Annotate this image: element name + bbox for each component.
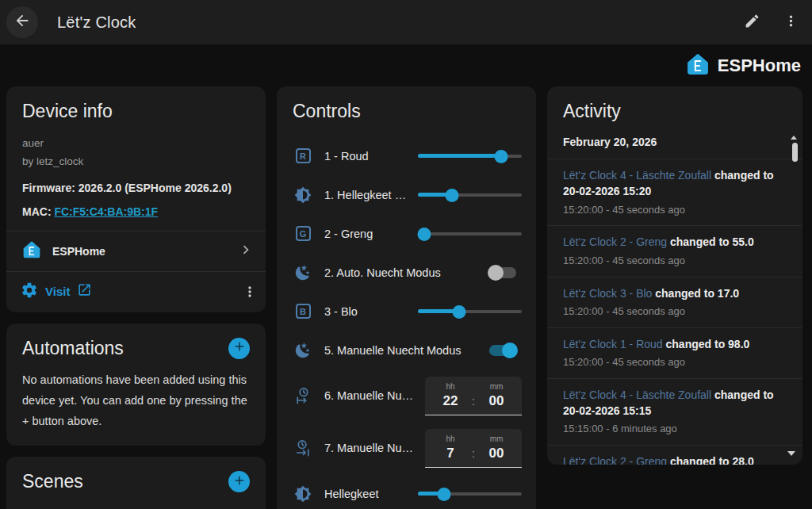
entity-link[interactable]: Lët'z Clock 2 - Greng	[563, 455, 670, 465]
activity-card: Activity February 20, 2026 Lët'z Clock 4…	[547, 86, 802, 465]
slider-control[interactable]	[418, 487, 522, 501]
time-input[interactable]: hh 7 : mm 00	[425, 429, 522, 468]
automations-card: Automations No automations have been add…	[6, 323, 266, 446]
mac-label: MAC:	[22, 205, 52, 218]
control-label: 7. Manuelle Nu…	[324, 442, 414, 454]
entry-timestamp: 15:15:00 - 6 minutes ago	[563, 422, 782, 437]
toggle-switch[interactable]	[488, 343, 518, 358]
firmware-line: Firmware: 2026.2.0 (ESPHome 2026.2.0)	[22, 182, 250, 194]
entity-link[interactable]: Lët'z Clock 2 - Greng	[563, 235, 670, 248]
back-button[interactable]	[6, 6, 38, 38]
activity-entry: Lët'z Clock 4 - Läschte Zoufall changed …	[547, 378, 802, 445]
control-label: 5. Manuelle Nuecht Modus	[324, 344, 477, 357]
add-scene-button[interactable]	[228, 471, 250, 492]
slider-thumb[interactable]	[446, 189, 459, 202]
entity-link[interactable]: Lët'z Clock 4 - Läschte Zoufall	[563, 169, 714, 182]
alpha-b-box-icon: B	[293, 304, 313, 319]
esphome-logo-icon	[686, 52, 710, 79]
entry-change-text: changed to 55.0	[670, 235, 754, 248]
activity-entry: Lët'z Clock 4 - Läschte Zoufall changed …	[547, 159, 802, 225]
brand-name: ESPHome	[718, 55, 801, 76]
automations-empty-text: No automations have been added using thi…	[22, 369, 250, 431]
control-row: 2. Auto. Nuecht Modus	[293, 253, 522, 292]
scrollbar-down-arrow[interactable]	[787, 451, 795, 456]
control-label: 2 - Greng	[324, 228, 407, 240]
main-grid: Device info auer by letz_clock Firmware:…	[0, 82, 812, 509]
activity-entry: Lët'z Clock 2 - Greng changed to 55.0 15…	[547, 225, 802, 276]
control-row: 7. Manuelle Nu… hh 7 : mm 00	[293, 422, 522, 474]
arrow-left-icon	[13, 12, 31, 33]
mac-address-link[interactable]: FC:F5:C4:BA:9B:1F	[54, 205, 158, 218]
add-automation-button[interactable]	[228, 338, 250, 359]
visit-link[interactable]: Visit	[45, 285, 70, 298]
clock-end-icon	[293, 439, 313, 457]
page-title: Lët'z Clock	[57, 13, 136, 32]
controls-title: Controls	[293, 101, 522, 122]
time-hh-value[interactable]: 7	[434, 446, 467, 461]
slider-control[interactable]	[418, 227, 522, 241]
activity-entries: Lët'z Clock 4 - Läschte Zoufall changed …	[563, 159, 787, 465]
controls-card: Controls R 1 - Roud 1. Hellegkeet f… G 2…	[277, 86, 536, 509]
app-bar: Lët'z Clock	[0, 0, 812, 44]
slider-thumb[interactable]	[437, 488, 450, 501]
open-in-new-icon	[77, 282, 92, 300]
entity-link[interactable]: Lët'z Clock 3 - Blo	[563, 287, 655, 300]
device-actions-menu-button[interactable]	[242, 284, 258, 300]
control-label: 3 - Blo	[324, 305, 407, 318]
control-row: G 2 - Greng	[293, 214, 522, 253]
entity-link[interactable]: Lët'z Clock 1 - Roud	[563, 338, 666, 350]
slider-control[interactable]	[418, 304, 522, 319]
control-label: 6. Manuelle Nu…	[324, 389, 414, 402]
time-mm-label: mm	[480, 434, 513, 443]
edit-button[interactable]	[744, 13, 760, 33]
integration-row-esphome[interactable]: ESPHome	[6, 231, 266, 271]
activity-title: Activity	[563, 101, 787, 122]
slider-thumb[interactable]	[453, 305, 466, 319]
time-separator: :	[467, 382, 480, 409]
scrollbar-up-arrow[interactable]	[791, 136, 797, 140]
time-mm-label: mm	[480, 382, 513, 391]
control-label: 1. Hellegkeet f…	[324, 189, 407, 201]
device-name: auer	[22, 135, 250, 153]
control-row: Hellegkeet	[293, 474, 522, 509]
activity-entry: Lët'z Clock 2 - Greng changed to 28.0	[547, 445, 802, 465]
integration-brand-row: ESPHome	[0, 44, 812, 82]
control-label: Hellegkeet	[324, 488, 407, 500]
activity-date-header: February 20, 2026	[563, 136, 787, 148]
device-manufacturer: by letz_clock	[22, 153, 250, 171]
automations-title: Automations	[22, 338, 124, 359]
slider-control[interactable]	[418, 188, 522, 202]
weather-night-icon	[293, 264, 313, 281]
entry-change-text: changed to 17.0	[655, 287, 739, 300]
weather-night-icon	[293, 342, 313, 359]
activity-entry: Lët'z Clock 1 - Roud changed to 98.0 15:…	[547, 327, 802, 378]
scenes-card: Scenes	[6, 457, 266, 509]
plus-icon	[232, 473, 247, 491]
slider-thumb[interactable]	[417, 228, 431, 241]
integration-name: ESPHome	[52, 245, 105, 258]
time-hh-label: hh	[434, 382, 467, 391]
time-hh-label: hh	[434, 434, 467, 443]
entry-timestamp: 15:20:00 - 45 seconds ago	[563, 254, 782, 269]
slider-thumb[interactable]	[494, 150, 508, 163]
time-input[interactable]: hh 22 : mm 00	[425, 377, 522, 415]
device-info-title: Device info	[22, 101, 250, 122]
control-row: 5. Manuelle Nuecht Modus	[293, 331, 522, 369]
overflow-menu-button[interactable]	[783, 13, 799, 33]
plus-icon	[232, 339, 247, 357]
entry-change-text: changed to 28.0	[670, 455, 754, 465]
time-hh-value[interactable]: 22	[434, 393, 467, 409]
device-info-card: Device info auer by letz_clock Firmware:…	[6, 86, 266, 312]
alpha-g-box-icon: G	[293, 226, 313, 241]
entity-link[interactable]: Lët'z Clock 4 - Läschte Zoufall	[563, 388, 714, 401]
entry-timestamp: 15:20:00 - 45 seconds ago	[563, 355, 782, 370]
scrollbar-thumb[interactable]	[792, 143, 798, 162]
gear-icon	[21, 281, 38, 302]
time-mm-value[interactable]: 00	[480, 393, 513, 409]
slider-control[interactable]	[418, 149, 522, 163]
time-mm-value[interactable]: 00	[480, 446, 513, 461]
activity-entry: Lët'z Clock 3 - Blo changed to 17.0 15:2…	[547, 277, 802, 327]
dots-vertical-icon	[783, 13, 799, 33]
entry-change-text: changed to 98.0	[666, 338, 750, 350]
toggle-switch[interactable]	[488, 265, 518, 281]
